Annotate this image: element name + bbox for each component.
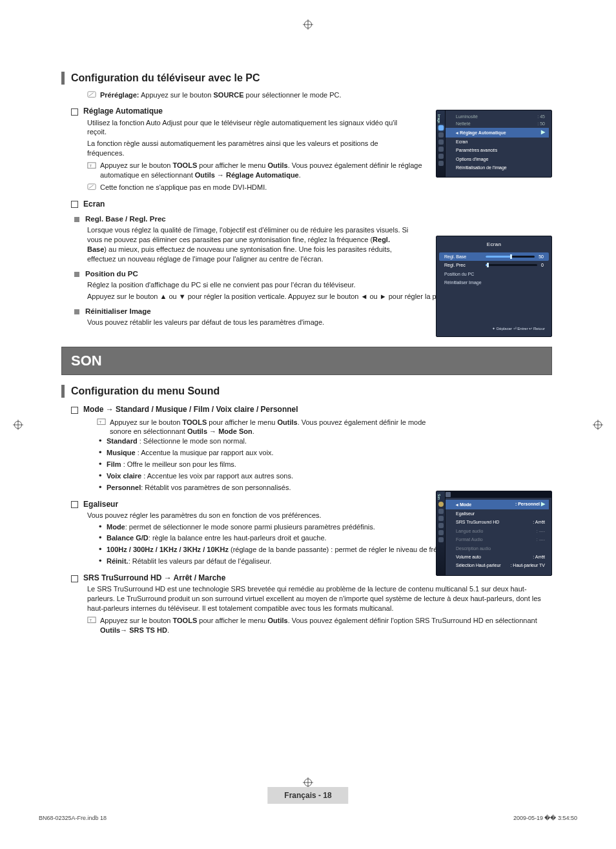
registration-mark-top	[303, 19, 313, 30]
osd-slider-regl-base: Regl. Base 50	[439, 252, 549, 261]
osd-sidebar: Son	[436, 491, 446, 575]
chevron-right-icon: ▶	[541, 129, 545, 136]
list-item: Standard : Sélectionne le mode son norma…	[99, 436, 552, 446]
svg-line-13	[89, 93, 94, 96]
channel-tab-icon	[438, 516, 444, 521]
reinit-image-title: Réinitialiser Image	[85, 307, 151, 315]
osd-ecran-menu: Ecran Regl. Base 50 Regl. Prec 0 Positio…	[436, 236, 552, 337]
heading-text: Configuration du téléviseur avec le PC	[71, 71, 260, 85]
svg-text:T: T	[99, 420, 102, 424]
osd-header-bar	[436, 491, 551, 498]
square-outline-icon	[71, 501, 78, 508]
sound-tab-icon	[438, 502, 444, 507]
registration-mark-bottom	[303, 777, 313, 788]
osd-sidebar: Image	[436, 110, 446, 177]
osd-row-srs: SRS TruSurround HD: Arrêt	[439, 518, 549, 526]
position-pc-title: Position du PC	[85, 270, 138, 278]
square-outline-icon	[71, 201, 78, 208]
osd-row-reglage-auto: ◂ Réglage Automatique▶	[439, 128, 549, 138]
srs-tools-text: Appuyez sur le bouton TOOLS pour affiche…	[100, 616, 552, 635]
input-tab-icon	[438, 530, 444, 535]
registration-mark-right	[593, 420, 603, 430]
heading-config-tv-pc: Configuration du téléviseur avec le PC	[61, 71, 552, 85]
reglage-auto-p2: La fonction règle aussi automatiquement …	[87, 139, 410, 158]
mode-tools-text: Appuyez sur le bouton TOOLS pour affiche…	[110, 418, 433, 437]
footer-right: 2009-05-19 �� 3:54:50	[513, 814, 577, 822]
osd-row-desc-audio: Description audio	[439, 544, 549, 553]
heading-text: Configuration du menu Sound	[71, 384, 220, 398]
srs-tools-note: T Appuyez sur le bouton TOOLS pour affic…	[87, 616, 552, 635]
tools-icon: T	[87, 617, 96, 624]
regl-base-body: Lorsque vous réglez la qualité de l'imag…	[87, 225, 410, 263]
sub-mode: Mode → Standard / Musique / Film / Voix …	[71, 404, 552, 414]
heading-bar	[61, 385, 65, 398]
svg-rect-16	[88, 184, 96, 190]
tools-icon: T	[97, 418, 106, 426]
osd-row-reinit-image: Réinitialiser Image	[439, 278, 549, 287]
square-fill-icon	[74, 217, 79, 222]
mode-bullets: Standard : Sélectionne le mode son norma…	[99, 436, 552, 492]
osd-row-param-avances: Paramètres avancés	[439, 146, 549, 154]
osd-image-menu: Image Luminosité: 45 Netteté: 50 ◂ Régla…	[436, 110, 552, 178]
dvi-note-text: Cette fonction ne s'applique pas en mode…	[100, 183, 423, 192]
egaliseur-title: Egaliseur	[83, 500, 118, 509]
support-tab-icon	[438, 537, 444, 542]
reglage-auto-p1: Utilisez la fonction Auto Adjust pour qu…	[87, 118, 410, 138]
srs-body: Le SRS TruSurround HD est une technologi…	[87, 584, 552, 613]
square-outline-icon	[71, 108, 78, 116]
heading-config-sound: Configuration du menu Sound	[61, 384, 552, 398]
prereg-note: Préréglage: Appuyez sur le bouton SOURCE…	[87, 90, 423, 100]
regl-base-title: Regl. Base / Regl. Prec	[85, 215, 166, 223]
list-item: Musique : Accentue la musique par rappor…	[99, 448, 552, 458]
svg-text:T: T	[90, 163, 92, 167]
picture-tab-icon	[438, 125, 444, 130]
osd-row-reinit-image: Réinitialisation de l'image	[439, 163, 549, 172]
heading-bar	[61, 72, 65, 85]
setup-tab-icon	[438, 147, 444, 152]
svg-rect-12	[88, 92, 96, 97]
son-banner: SON	[61, 347, 552, 375]
page-content: Configuration du téléviseur avec le PC P…	[61, 65, 552, 635]
pencil-icon	[87, 183, 96, 191]
sub-regl-base: Regl. Base / Regl. Prec	[74, 214, 552, 225]
osd-row-langue-audio: Langue audio: ----	[439, 527, 549, 535]
list-item: Voix claire : Accentue les voix par rapp…	[99, 471, 552, 481]
setup-tab-icon	[438, 523, 444, 528]
square-fill-icon	[74, 309, 79, 314]
osd-row-selection-hp: Sélection Haut-parleur: Haut-parleur TV	[439, 561, 549, 569]
osd-row-egaliseur: Egaliseur	[439, 509, 549, 518]
support-tab-icon	[438, 161, 444, 166]
osd-row-format-audio: Format Audio: ----	[439, 535, 549, 544]
footer-left: BN68-02325A-Fre.indb 18	[39, 814, 107, 822]
osd-footer-hints: ✦ Déplacer ⏎ Entrer ↩ Retour	[439, 320, 549, 331]
sub-ecran: Ecran	[71, 199, 552, 209]
square-outline-icon	[71, 575, 78, 582]
mode-tools-note: T Appuyez sur le bouton TOOLS pour affic…	[97, 418, 433, 437]
reglage-auto-dvi-note: Cette fonction ne s'applique pas en mode…	[87, 183, 423, 192]
reglage-auto-title: Réglage Automatique	[83, 107, 163, 116]
osd-row-options-image: Options d'image	[439, 155, 549, 163]
pencil-icon	[87, 91, 96, 99]
picture-tab-icon	[438, 509, 444, 514]
input-tab-icon	[438, 154, 444, 159]
print-footer-row: BN68-02325A-Fre.indb 18 2009-05-19 �� 3:…	[39, 814, 577, 822]
osd-row-ecran: Ecran	[439, 138, 549, 146]
reglage-auto-tools-text: Appuyez sur le bouton TOOLS pour affiche…	[100, 161, 423, 180]
registration-mark-left	[13, 420, 23, 430]
svg-line-17	[89, 185, 94, 189]
osd-row-mode: ◂ Mode: Personnel ▶	[439, 500, 549, 509]
page-number-footer: Français - 18	[267, 787, 348, 804]
channel-tab-icon	[438, 139, 444, 145]
osd-row-position-pc: Position du PC	[439, 270, 549, 278]
ecran-title: Ecran	[83, 199, 105, 209]
osd-ecran-title: Ecran	[439, 241, 549, 249]
svg-text:T: T	[90, 618, 92, 622]
mode-title: Mode → Standard / Musique / Film / Voix …	[83, 405, 298, 414]
osd-sound-menu: Son ◂ Mode: Personnel ▶ Egaliseur SRS Tr…	[436, 491, 552, 576]
srs-title: SRS TruSurround HD → Arrêt / Marche	[83, 573, 225, 582]
square-outline-icon	[71, 407, 78, 414]
osd-row-nettete: Netteté: 50	[439, 120, 549, 127]
reglage-auto-tools-note: T Appuyez sur le bouton TOOLS pour affic…	[87, 161, 423, 180]
chevron-right-icon: ▶	[541, 501, 545, 507]
square-fill-icon	[74, 272, 79, 277]
